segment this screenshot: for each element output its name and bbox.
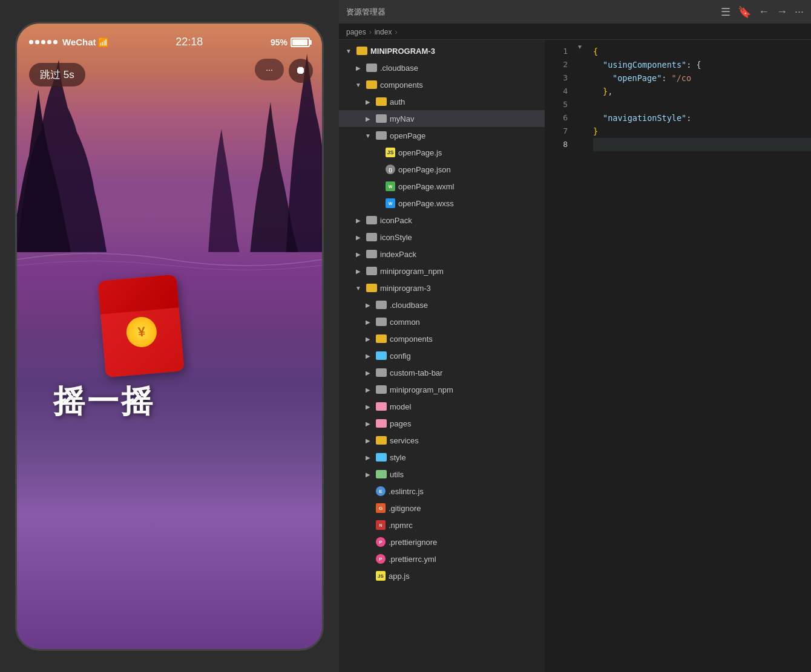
root-folder-icon bbox=[356, 47, 367, 55]
auth-arrow: ▶ bbox=[363, 97, 373, 106]
tree-item-indexPack[interactable]: ▶ indexPack bbox=[339, 246, 545, 263]
envelope-body: ¥ bbox=[97, 274, 184, 377]
envelope-gold-circle: ¥ bbox=[125, 315, 158, 348]
prettierignore-arrow bbox=[363, 537, 373, 547]
signal-dot-3 bbox=[41, 40, 45, 44]
tree-item-appjs[interactable]: JS app.js bbox=[339, 567, 545, 584]
config-arrow: ▶ bbox=[363, 351, 373, 360]
root-arrow: ▼ bbox=[344, 46, 353, 56]
appjs-icon: JS bbox=[376, 571, 386, 581]
tree-item-model[interactable]: ▶ model bbox=[339, 398, 545, 415]
brace-close: } bbox=[593, 125, 598, 138]
eslintrc-arrow bbox=[363, 486, 373, 496]
line-num-4: 4 bbox=[545, 85, 574, 98]
tree-item-common[interactable]: ▶ common bbox=[339, 313, 545, 330]
wifi-icon: 📶 bbox=[98, 38, 108, 47]
tree-item-utils[interactable]: ▶ utils bbox=[339, 466, 545, 483]
common-label: common bbox=[390, 318, 420, 327]
breadcrumb-sep1: › bbox=[369, 28, 372, 36]
eslintrc-label: .eslintrc.js bbox=[389, 487, 424, 496]
shake-text: 摇一摇 bbox=[53, 380, 155, 423]
tree-item-npmrc[interactable]: N .npmrc bbox=[339, 517, 545, 533]
tree-item-cloudbase1[interactable]: ▶ .cloudbase bbox=[339, 59, 545, 76]
breadcrumb-bar: pages › index › bbox=[339, 24, 811, 40]
tree-item-prettierignore[interactable]: P .prettierignore bbox=[339, 533, 545, 550]
code-content: { "usingComponents" : { "openPage" : "/c… bbox=[586, 40, 811, 672]
openPageWxss-icon: W bbox=[386, 198, 395, 208]
myNav-arrow: ▶ bbox=[363, 114, 373, 123]
tree-item-eslintrc[interactable]: E .eslintrc.js bbox=[339, 483, 545, 500]
tree-item-miniprogram3[interactable]: ▼ miniprogram-3 bbox=[339, 279, 545, 296]
list-icon[interactable]: ☰ bbox=[721, 5, 731, 19]
cloudbase2-label: .cloudbase bbox=[390, 301, 428, 310]
signal-dot-1 bbox=[29, 40, 33, 44]
openPageJs-label: openPage.js bbox=[398, 148, 442, 157]
tree-root[interactable]: ▼ MINIPROGRAM-3 bbox=[339, 42, 545, 59]
tree-item-miniprogram-npm1[interactable]: ▶ miniprogram_npm bbox=[339, 263, 545, 279]
tree-item-prettierrc[interactable]: P .prettierrc.yml bbox=[339, 550, 545, 567]
root-label: MINIPROGRAM-3 bbox=[370, 47, 435, 56]
phone-panel: WeChat 📶 22:18 95% 跳过 5s ··· bbox=[0, 0, 339, 672]
tree-item-custom-tab-bar[interactable]: ▶ custom-tab-bar bbox=[339, 364, 545, 381]
iconPack-label: iconPack bbox=[380, 216, 412, 225]
utils-label: utils bbox=[390, 470, 404, 479]
key-navigationStyle: "navigationStyle" bbox=[603, 111, 686, 125]
tree-item-services[interactable]: ▶ services bbox=[339, 432, 545, 449]
gutter-8 bbox=[574, 133, 586, 146]
iconStyle-arrow: ▶ bbox=[353, 232, 363, 242]
cloudbase1-label: .cloudbase bbox=[380, 64, 418, 73]
prettierignore-label: .prettierignore bbox=[389, 538, 437, 547]
indexPack-folder-icon bbox=[366, 250, 377, 258]
bookmark-icon[interactable]: 🔖 bbox=[738, 5, 751, 19]
red-envelope[interactable]: ¥ bbox=[102, 278, 192, 374]
services-label: services bbox=[390, 436, 419, 445]
tree-item-openPage-json[interactable]: {} openPage.json bbox=[339, 161, 545, 178]
dots-button[interactable]: ··· bbox=[255, 59, 284, 80]
skip-button[interactable]: 跳过 5s bbox=[29, 63, 85, 86]
gutter-6 bbox=[574, 106, 586, 120]
record-button[interactable]: ⏺ bbox=[289, 59, 313, 83]
tree-item-style[interactable]: ▶ style bbox=[339, 449, 545, 466]
tree-item-config[interactable]: ▶ config bbox=[339, 347, 545, 364]
miniprogramNpm2-arrow: ▶ bbox=[363, 385, 373, 394]
tree-item-openPage[interactable]: ▼ openPage bbox=[339, 127, 545, 144]
gutter-5 bbox=[574, 93, 586, 106]
phone-frame: WeChat 📶 22:18 95% 跳过 5s ··· bbox=[15, 22, 324, 651]
tree-item-components2[interactable]: ▶ components bbox=[339, 330, 545, 347]
tree-item-components[interactable]: ▼ components bbox=[339, 76, 545, 93]
tree-item-openPage-js[interactable]: JS openPage.js bbox=[339, 144, 545, 161]
tree-item-iconPack[interactable]: ▶ iconPack bbox=[339, 212, 545, 229]
key-openPage: "openPage" bbox=[612, 71, 662, 85]
tree-item-myNav[interactable]: ▶ myNav bbox=[339, 110, 545, 127]
gitignore-arrow bbox=[363, 503, 373, 513]
miniprogram3-label: miniprogram-3 bbox=[380, 284, 431, 293]
signal-dot-5 bbox=[53, 40, 57, 44]
iconPack-folder-icon bbox=[366, 216, 377, 224]
tree-item-cloudbase2[interactable]: ▶ .cloudbase bbox=[339, 296, 545, 313]
colon-2: : bbox=[662, 71, 666, 85]
miniprogram3-folder-icon bbox=[366, 284, 377, 292]
gutter-2 bbox=[574, 53, 586, 67]
tree-item-auth[interactable]: ▶ auth bbox=[339, 93, 545, 110]
more-icon[interactable]: ··· bbox=[795, 5, 804, 19]
gutter-3 bbox=[574, 67, 586, 80]
top-controls: ··· ⏺ bbox=[255, 59, 313, 83]
comma-1: , bbox=[608, 85, 612, 98]
prettierrc-arrow bbox=[363, 554, 373, 564]
tree-item-openPage-wxss[interactable]: W openPage.wxss bbox=[339, 195, 545, 212]
status-right: 95% bbox=[271, 38, 310, 47]
breadcrumb-sep2: › bbox=[395, 28, 397, 36]
openPageWxml-icon: W bbox=[386, 181, 395, 191]
code-line-6: "navigationStyle" : bbox=[593, 111, 811, 125]
forward-icon[interactable]: → bbox=[777, 5, 787, 19]
tree-item-iconStyle[interactable]: ▶ iconStyle bbox=[339, 229, 545, 246]
tree-item-miniprogram-npm2[interactable]: ▶ miniprogram_npm bbox=[339, 381, 545, 398]
tree-item-openPage-wxml[interactable]: W openPage.wxml bbox=[339, 178, 545, 195]
model-label: model bbox=[390, 402, 411, 411]
tree-item-pages[interactable]: ▶ pages bbox=[339, 415, 545, 432]
gutter-1: ▼ bbox=[574, 40, 586, 53]
back-icon[interactable]: ← bbox=[758, 5, 769, 19]
style-label: style bbox=[390, 453, 406, 462]
services-folder-icon bbox=[376, 436, 387, 445]
tree-item-gitignore[interactable]: G .gitignore bbox=[339, 500, 545, 517]
